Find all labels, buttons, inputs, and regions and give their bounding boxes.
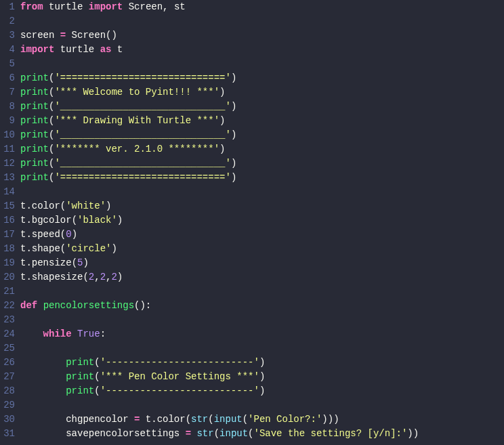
- token-punc: (: [72, 257, 77, 268]
- token-var: t.shape: [20, 243, 60, 254]
- code-line[interactable]: t.bgcolor('black'): [20, 213, 419, 228]
- line-number: 6: [3, 71, 15, 85]
- token-fn: print: [66, 357, 94, 368]
- token-punc: ): [219, 87, 225, 98]
- line-number: 15: [3, 199, 15, 213]
- code-editor[interactable]: 1234567891011121314151617181920212223242…: [0, 0, 504, 441]
- token-fn: print: [20, 87, 49, 98]
- code-line[interactable]: def pencolorsettings():: [20, 299, 419, 313]
- token-punc: ))): [322, 414, 339, 425]
- token-var: Screen: [66, 30, 106, 41]
- code-line[interactable]: [20, 341, 419, 356]
- line-number: 20: [3, 270, 15, 284]
- token-var: [43, 1, 49, 12]
- code-line[interactable]: print('============================='): [20, 171, 419, 185]
- code-line[interactable]: [20, 313, 419, 327]
- line-number: 24: [3, 327, 15, 341]
- token-str: '*** Welcome to Pyint!!! ***': [54, 87, 219, 98]
- line-number: 12: [3, 156, 15, 171]
- code-line[interactable]: [20, 14, 419, 28]
- token-str: 'black': [77, 215, 117, 226]
- code-line[interactable]: t.color('white'): [20, 199, 419, 213]
- token-var: t.speed: [20, 229, 60, 240]
- code-line[interactable]: print('*** Pen Color Settings ***'): [20, 370, 419, 384]
- code-line[interactable]: import turtle as t: [20, 43, 419, 57]
- line-number: 23: [3, 313, 15, 327]
- token-fn: print: [20, 115, 49, 126]
- token-builtin: str: [196, 428, 213, 439]
- line-number: 30: [3, 412, 15, 427]
- token-punc: ): [111, 243, 117, 254]
- line-number: 4: [3, 43, 15, 57]
- token-punc: ): [231, 101, 236, 112]
- code-line[interactable]: [20, 284, 419, 299]
- token-punc: )): [407, 428, 419, 439]
- token-punc: (: [60, 229, 66, 240]
- code-line[interactable]: print('*** Welcome to Pyint!!! ***'): [20, 85, 419, 100]
- token-fn: print: [20, 172, 49, 183]
- code-line[interactable]: print('_____________________________'): [20, 156, 419, 171]
- token-punc: ): [231, 129, 236, 140]
- token-punc: (: [248, 428, 253, 439]
- code-line[interactable]: t.shape('circle'): [20, 242, 419, 256]
- code-line[interactable]: [20, 57, 419, 71]
- token-var: [123, 1, 128, 12]
- token-var: chgpencolor: [20, 414, 134, 425]
- line-number: 17: [3, 228, 15, 242]
- token-num: 2: [111, 272, 117, 282]
- token-punc: ): [117, 272, 123, 282]
- code-line[interactable]: print('--------------------------'): [20, 356, 419, 370]
- line-number: 26: [3, 356, 15, 370]
- token-kw: =: [186, 428, 191, 439]
- token-fn: print: [20, 158, 49, 169]
- token-var: [94, 44, 100, 55]
- code-line[interactable]: print('******* ver. 2.1.0 ********'): [20, 142, 419, 156]
- token-builtin: str: [191, 414, 208, 425]
- line-number: 10: [3, 128, 15, 142]
- token-var: [20, 329, 43, 339]
- token-var: t.bgcolor: [20, 215, 72, 226]
- token-punc: ): [259, 385, 265, 396]
- code-line[interactable]: screen = Screen(): [20, 28, 419, 43]
- code-line[interactable]: t.shapesize(2,2,2): [20, 270, 419, 284]
- code-line[interactable]: print('*** Drawing With Turtle ***'): [20, 114, 419, 128]
- token-funcname: pencolorsettings: [43, 300, 134, 311]
- token-var: [20, 357, 66, 368]
- line-number: 1: [3, 0, 15, 14]
- code-line[interactable]: savepencolorsettings = str(input('Save t…: [20, 427, 419, 441]
- token-str: 'Save the settings? [y/n]:': [254, 428, 408, 439]
- code-line[interactable]: t.pensize(5): [20, 256, 419, 270]
- code-line[interactable]: [20, 398, 419, 412]
- token-num: 0: [66, 229, 71, 240]
- line-number: 29: [3, 398, 15, 412]
- token-punc: (: [60, 243, 66, 254]
- code-line[interactable]: from turtle import Screen, st: [20, 0, 419, 14]
- token-punc: ): [219, 115, 225, 126]
- token-punc: (: [94, 357, 100, 368]
- token-fn: print: [66, 385, 94, 396]
- code-line[interactable]: while True:: [20, 327, 419, 341]
- line-number: 13: [3, 171, 15, 185]
- line-number: 16: [3, 213, 15, 228]
- code-content[interactable]: from turtle import Screen, stscreen = Sc…: [19, 0, 419, 441]
- code-line[interactable]: t.speed(0): [20, 228, 419, 242]
- token-punc: ): [83, 257, 88, 268]
- code-line[interactable]: print('--------------------------'): [20, 384, 419, 398]
- token-fn: print: [20, 129, 49, 140]
- code-line[interactable]: [20, 185, 419, 199]
- line-number: 9: [3, 114, 15, 128]
- code-line[interactable]: chgpencolor = t.color(str(input('Pen Col…: [20, 412, 419, 427]
- token-punc: ): [231, 72, 236, 83]
- token-var: [20, 385, 66, 396]
- token-bool: True: [77, 329, 100, 339]
- token-punc: ): [231, 172, 236, 183]
- token-punc: ,: [94, 272, 100, 282]
- token-str: 'white': [66, 200, 106, 211]
- token-var: screen: [20, 30, 60, 41]
- token-str: '*** Pen Color Settings ***': [100, 371, 259, 382]
- code-line[interactable]: print('_____________________________'): [20, 128, 419, 142]
- token-kw: from: [20, 1, 43, 12]
- code-line[interactable]: print('============================='): [20, 71, 419, 85]
- code-line[interactable]: print('_____________________________'): [20, 100, 419, 114]
- line-number: 19: [3, 256, 15, 270]
